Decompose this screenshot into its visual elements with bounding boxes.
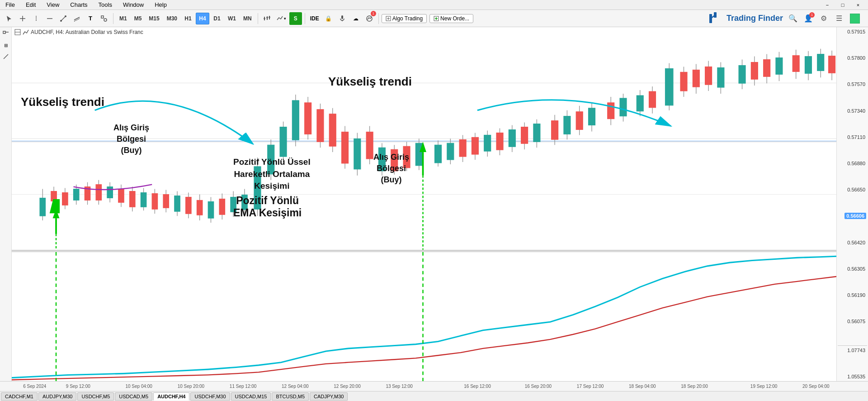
text-tool[interactable]: T — [84, 12, 97, 25]
menu-tools[interactable]: Tools — [97, 0, 114, 9]
svg-rect-132 — [589, 108, 595, 125]
svg-rect-156 — [764, 60, 770, 77]
separator-2 — [258, 13, 258, 24]
new-order-btn[interactable]: New Orde... — [429, 14, 473, 23]
price-axis: 0.57915 0.57800 0.57570 0.57340 0.57110 … — [836, 27, 868, 381]
algo-trading-btn[interactable]: Algo Trading — [382, 14, 427, 23]
crosshair-tool[interactable] — [16, 12, 29, 25]
price-1: 0.57800 — [838, 55, 867, 61]
svg-rect-86 — [292, 100, 299, 140]
shapes-tool[interactable] — [98, 12, 110, 25]
tab-audjpy-m30[interactable]: AUDJPY,M30 — [38, 392, 76, 401]
new-order-label: New Orde... — [440, 15, 469, 22]
svg-rect-148 — [705, 67, 712, 85]
tf-m30[interactable]: M30 — [164, 13, 180, 24]
tab-audchf-h4[interactable]: AUDCHF,H4 — [153, 392, 189, 401]
ide-btn[interactable]: IDE — [308, 12, 321, 25]
tf-m15[interactable]: M15 — [146, 13, 162, 24]
menu-edit[interactable]: Edit — [24, 0, 38, 9]
separator-3 — [305, 13, 305, 24]
menu-file[interactable]: File — [4, 0, 17, 9]
tab-cadchf-m1[interactable]: CADCHF,M1 — [1, 392, 38, 401]
svg-rect-106 — [415, 143, 422, 166]
svg-rect-124 — [533, 124, 540, 142]
channel-tool[interactable] — [71, 12, 83, 25]
menu-window[interactable]: Window — [121, 0, 146, 9]
indicator-btn[interactable]: ▾ — [274, 12, 288, 25]
svg-rect-174 — [12, 252, 836, 381]
menu-help[interactable]: Help — [153, 0, 169, 9]
svg-rect-154 — [751, 62, 758, 79]
price-6: 0.56650 — [838, 187, 867, 192]
lock-btn[interactable]: 🔒 — [322, 12, 335, 25]
price-5: 0.56880 — [838, 161, 867, 166]
tf-w1[interactable]: W1 — [225, 13, 239, 24]
svg-rect-118 — [496, 133, 503, 150]
svg-rect-116 — [484, 135, 491, 151]
tab-usdcad-m15[interactable]: USDCAD,M15 — [231, 392, 271, 401]
window-close[interactable]: × — [852, 1, 864, 9]
indicator2-btn[interactable]: 1 — [363, 12, 376, 25]
time-11: 18 Sep 04:00 — [629, 384, 656, 389]
status-indicator — [850, 14, 860, 24]
left-tool-3[interactable] — [1, 52, 11, 62]
tf-h1[interactable]: H1 — [181, 13, 195, 24]
svg-rect-64 — [163, 194, 169, 208]
chart-type-btn[interactable] — [261, 12, 274, 25]
tab-usdcad-m5[interactable]: USDCAD,M5 — [115, 392, 152, 401]
time-0: 6 Sep 2024 — [23, 384, 46, 389]
settings-btn[interactable]: ⚙ — [817, 12, 830, 25]
svg-rect-48 — [73, 189, 79, 200]
tf-d1[interactable]: D1 — [210, 13, 224, 24]
menu-view[interactable]: View — [45, 0, 61, 9]
time-8: 16 Sep 12:00 — [464, 384, 491, 389]
window-minimize[interactable]: − — [821, 1, 834, 9]
svg-rect-52 — [96, 185, 101, 200]
tab-btcusd-m5[interactable]: BTCUSD,M5 — [272, 392, 309, 401]
trend-line-tool[interactable] — [57, 12, 70, 25]
svg-rect-150 — [717, 67, 724, 87]
tf-m1[interactable]: M1 — [116, 13, 130, 24]
svg-rect-62 — [152, 194, 157, 210]
time-9: 16 Sep 20:00 — [525, 384, 552, 389]
search-btn[interactable]: 🔍 — [787, 12, 799, 25]
left-tool-1[interactable] — [1, 29, 11, 39]
time-7: 13 Sep 12:00 — [386, 384, 413, 389]
window-maximize[interactable]: □ — [836, 1, 849, 9]
svg-rect-32 — [3, 31, 5, 33]
tab-usdchf-m30[interactable]: USDCHF,M30 — [190, 392, 230, 401]
svg-rect-54 — [107, 187, 113, 198]
svg-point-5 — [60, 20, 62, 22]
cursor-tool[interactable] — [3, 12, 15, 25]
separator-1 — [113, 13, 113, 24]
svg-rect-138 — [637, 95, 643, 111]
symbol-label: AUDCHF, H4: Australian Dollar vs Swiss F… — [14, 29, 143, 35]
left-tool-2[interactable]: ⊞ — [1, 40, 11, 50]
svg-line-7 — [74, 17, 80, 20]
svg-line-34 — [4, 54, 8, 59]
svg-rect-72 — [208, 201, 213, 218]
separator-4 — [378, 13, 379, 24]
menu-toggle-btn[interactable]: ☰ — [833, 12, 845, 25]
vertical-line-tool[interactable] — [30, 12, 42, 25]
svg-rect-104 — [403, 146, 410, 168]
time-13: 19 Sep 12:00 — [750, 384, 778, 389]
tab-cadjpy-m30[interactable]: CADJPY,M30 — [310, 392, 348, 401]
user-btn[interactable]: 👤 1 — [802, 12, 815, 25]
svg-rect-102 — [391, 149, 398, 171]
horizontal-line-tool[interactable] — [43, 12, 56, 25]
tf-mn[interactable]: MN — [240, 13, 255, 24]
svg-rect-122 — [521, 127, 528, 144]
cloud-btn[interactable]: ☁ — [349, 12, 362, 25]
menu-charts[interactable]: Charts — [68, 0, 89, 9]
tf-m5[interactable]: M5 — [131, 13, 145, 24]
s-btn[interactable]: S — [289, 12, 302, 25]
svg-rect-146 — [693, 70, 699, 87]
indicator-price-1: 1.07743 — [838, 348, 867, 353]
voice-btn[interactable] — [336, 12, 349, 25]
svg-rect-90 — [317, 110, 324, 142]
tf-h4[interactable]: H4 — [196, 13, 209, 24]
svg-point-22 — [367, 16, 372, 21]
tab-usdchf-m5[interactable]: USDCHF,M5 — [77, 392, 114, 401]
svg-rect-164 — [817, 54, 824, 71]
